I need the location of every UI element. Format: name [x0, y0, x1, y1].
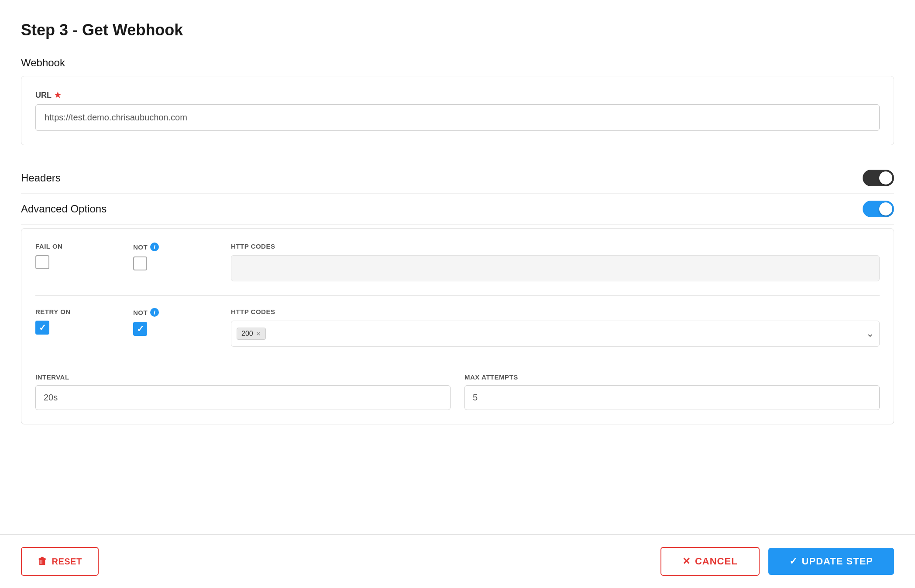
update-label: UPDATE STEP: [802, 556, 873, 567]
reset-button[interactable]: 🗑 RESET: [21, 547, 99, 576]
reset-icon: 🗑: [38, 556, 48, 567]
retry-on-header: RETRY ON: [35, 308, 123, 315]
url-field-label: URL ★: [35, 90, 880, 100]
http-code-tag-200-close[interactable]: ✕: [256, 330, 261, 337]
fail-on-not-checkbox[interactable]: [133, 256, 147, 270]
retry-on-not-checkbox[interactable]: ✓: [133, 322, 147, 336]
headers-thumb: [879, 171, 892, 185]
retry-on-not-info-icon: i: [150, 308, 159, 317]
advanced-options-thumb: [879, 202, 892, 215]
footer-right: ✕ CANCEL ✓ UPDATE STEP: [660, 547, 894, 576]
fail-on-http-codes-input[interactable]: [231, 255, 880, 281]
fail-on-not-info-icon: i: [150, 243, 159, 251]
interval-input[interactable]: [35, 385, 451, 410]
retry-on-row: RETRY ON ✓ NOT i ✓ HTT: [35, 308, 880, 347]
fail-on-col: FAIL ON: [35, 243, 123, 269]
headers-track: [863, 170, 894, 186]
fail-on-header: FAIL ON: [35, 243, 123, 250]
retry-on-not-checkbox-container: ✓: [133, 322, 220, 336]
cancel-icon: ✕: [682, 556, 691, 567]
retry-on-http-codes-dropdown[interactable]: 200 ✕ ⌄: [231, 321, 880, 347]
fail-on-not-checkbox-container: [133, 256, 220, 270]
webhook-section-label: Webhook: [21, 57, 894, 69]
advanced-options-toggle-row: Advanced Options: [21, 194, 894, 225]
http-code-tag-200-text: 200: [241, 330, 253, 338]
url-input[interactable]: [35, 104, 880, 131]
retry-on-checkmark: ✓: [39, 323, 46, 332]
headers-label: Headers: [21, 172, 61, 184]
retry-on-not-header: NOT i: [133, 308, 220, 317]
max-attempts-field: MAX ATTEMPTS: [464, 373, 880, 410]
fail-on-row: FAIL ON NOT i HTTP CODES: [35, 243, 880, 281]
max-attempts-input[interactable]: [464, 385, 880, 410]
fail-on-not-header: NOT i: [133, 243, 220, 251]
cancel-button[interactable]: ✕ CANCEL: [660, 547, 760, 576]
chevron-down-icon: ⌄: [866, 328, 874, 339]
advanced-options-card: FAIL ON NOT i HTTP CODES: [21, 228, 894, 424]
interval-field: INTERVAL: [35, 373, 451, 410]
interval-divider: [35, 361, 880, 361]
retry-on-checkbox-container: ✓: [35, 321, 123, 335]
fail-on-checkbox[interactable]: [35, 255, 49, 269]
required-star: ★: [54, 90, 61, 100]
retry-on-not-col: NOT i ✓: [133, 308, 220, 336]
http-code-tag-200: 200 ✕: [237, 328, 266, 340]
reset-label: RESET: [52, 557, 82, 567]
page-title: Step 3 - Get Webhook: [21, 21, 894, 39]
advanced-options-toggle[interactable]: [863, 201, 894, 217]
webhook-card: URL ★: [21, 76, 894, 145]
fail-on-checkbox-container: [35, 255, 123, 269]
fail-on-http-codes-col: HTTP CODES: [231, 243, 880, 281]
retry-on-http-codes-tags: 200 ✕: [237, 328, 266, 340]
retry-on-not-checkmark: ✓: [137, 325, 144, 333]
retry-on-checkbox[interactable]: ✓: [35, 321, 49, 335]
headers-toggle-row: Headers: [21, 163, 894, 194]
update-step-button[interactable]: ✓ UPDATE STEP: [768, 548, 894, 575]
fail-on-http-codes-header: HTTP CODES: [231, 243, 880, 250]
interval-row: INTERVAL MAX ATTEMPTS: [35, 373, 880, 410]
advanced-options-label: Advanced Options: [21, 203, 107, 215]
options-divider: [35, 295, 880, 296]
url-label-text: URL: [35, 91, 52, 100]
headers-toggle[interactable]: [863, 170, 894, 186]
interval-label: INTERVAL: [35, 373, 451, 381]
footer: 🗑 RESET ✕ CANCEL ✓ UPDATE STEP: [0, 534, 915, 588]
retry-on-http-codes-col: HTTP CODES 200 ✕ ⌄: [231, 308, 880, 347]
max-attempts-label: MAX ATTEMPTS: [464, 373, 880, 381]
update-icon: ✓: [789, 556, 798, 567]
retry-on-http-codes-header: HTTP CODES: [231, 308, 880, 315]
cancel-label: CANCEL: [695, 556, 738, 567]
fail-on-not-col: NOT i: [133, 243, 220, 270]
advanced-options-track: [863, 201, 894, 217]
retry-on-col: RETRY ON ✓: [35, 308, 123, 335]
